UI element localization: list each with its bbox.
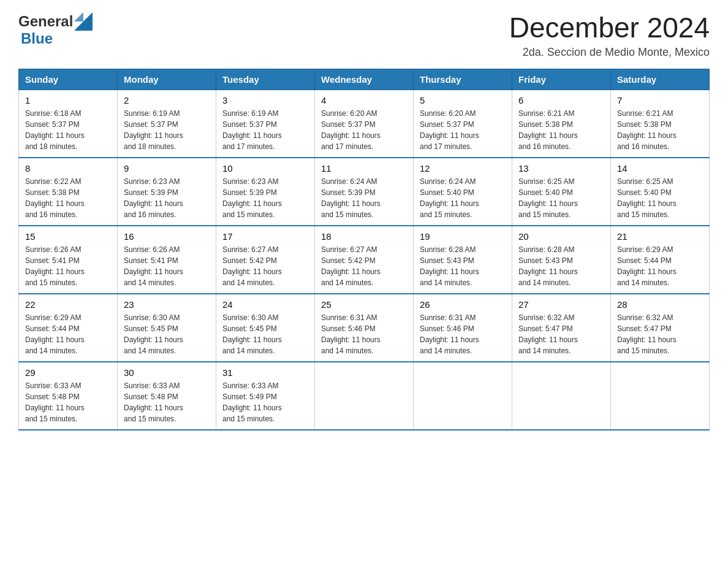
table-row: 26 Sunrise: 6:31 AMSunset: 5:46 PMDaylig… <box>414 294 512 362</box>
col-thursday: Thursday <box>414 69 512 90</box>
day-number: 24 <box>222 299 308 310</box>
day-info: Sunrise: 6:24 AMSunset: 5:39 PMDaylight:… <box>321 176 407 220</box>
table-row: 22 Sunrise: 6:29 AMSunset: 5:44 PMDaylig… <box>19 294 118 362</box>
day-number: 21 <box>617 231 703 242</box>
table-row: 1 Sunrise: 6:18 AMSunset: 5:37 PMDayligh… <box>19 90 118 158</box>
day-info: Sunrise: 6:31 AMSunset: 5:46 PMDaylight:… <box>321 312 407 356</box>
table-row: 7 Sunrise: 6:21 AMSunset: 5:38 PMDayligh… <box>611 90 710 158</box>
day-info: Sunrise: 6:25 AMSunset: 5:40 PMDaylight:… <box>617 176 703 220</box>
day-info: Sunrise: 6:33 AMSunset: 5:48 PMDaylight:… <box>124 380 210 424</box>
day-number: 14 <box>617 163 703 174</box>
col-friday: Friday <box>512 69 611 90</box>
svg-marker-1 <box>74 12 83 21</box>
calendar-subtitle: 2da. Seccion de Medio Monte, Mexico <box>509 46 710 59</box>
day-info: Sunrise: 6:27 AMSunset: 5:42 PMDaylight:… <box>321 244 407 288</box>
table-row: 25 Sunrise: 6:31 AMSunset: 5:46 PMDaylig… <box>315 294 414 362</box>
title-block: December 2024 2da. Seccion de Medio Mont… <box>509 12 710 59</box>
table-row: 27 Sunrise: 6:32 AMSunset: 5:47 PMDaylig… <box>512 294 611 362</box>
day-info: Sunrise: 6:28 AMSunset: 5:43 PMDaylight:… <box>518 244 604 288</box>
col-tuesday: Tuesday <box>216 69 315 90</box>
day-info: Sunrise: 6:26 AMSunset: 5:41 PMDaylight:… <box>25 244 111 288</box>
table-row: 23 Sunrise: 6:30 AMSunset: 5:45 PMDaylig… <box>118 294 216 362</box>
logo: General Blue <box>18 12 93 47</box>
day-number: 3 <box>222 95 308 105</box>
day-info: Sunrise: 6:24 AMSunset: 5:40 PMDaylight:… <box>420 176 506 220</box>
day-info: Sunrise: 6:30 AMSunset: 5:45 PMDaylight:… <box>124 312 210 356</box>
day-info: Sunrise: 6:18 AMSunset: 5:37 PMDaylight:… <box>25 108 111 152</box>
day-number: 25 <box>321 299 407 310</box>
calendar-title: December 2024 <box>509 12 710 44</box>
table-row: 4 Sunrise: 6:20 AMSunset: 5:37 PMDayligh… <box>315 90 414 158</box>
day-info: Sunrise: 6:20 AMSunset: 5:37 PMDaylight:… <box>321 108 407 152</box>
day-info: Sunrise: 6:26 AMSunset: 5:41 PMDaylight:… <box>124 244 210 288</box>
table-row: 19 Sunrise: 6:28 AMSunset: 5:43 PMDaylig… <box>414 226 512 294</box>
day-info: Sunrise: 6:19 AMSunset: 5:37 PMDaylight:… <box>124 108 210 152</box>
day-number: 2 <box>124 95 210 105</box>
day-number: 8 <box>25 163 111 174</box>
day-info: Sunrise: 6:22 AMSunset: 5:38 PMDaylight:… <box>25 176 111 220</box>
day-number: 7 <box>617 95 703 105</box>
table-row: 14 Sunrise: 6:25 AMSunset: 5:40 PMDaylig… <box>611 158 710 226</box>
table-row: 9 Sunrise: 6:23 AMSunset: 5:39 PMDayligh… <box>118 158 216 226</box>
day-number: 27 <box>518 299 604 310</box>
day-number: 28 <box>617 299 703 310</box>
calendar-header-row: Sunday Monday Tuesday Wednesday Thursday… <box>19 69 710 90</box>
col-saturday: Saturday <box>611 69 710 90</box>
calendar-week-row: 1 Sunrise: 6:18 AMSunset: 5:37 PMDayligh… <box>19 90 710 158</box>
day-info: Sunrise: 6:32 AMSunset: 5:47 PMDaylight:… <box>617 312 703 356</box>
day-info: Sunrise: 6:19 AMSunset: 5:37 PMDaylight:… <box>222 108 308 152</box>
col-sunday: Sunday <box>19 69 118 90</box>
table-row: 31 Sunrise: 6:33 AMSunset: 5:49 PMDaylig… <box>216 362 315 430</box>
day-number: 4 <box>321 95 407 105</box>
calendar-week-row: 29 Sunrise: 6:33 AMSunset: 5:48 PMDaylig… <box>19 362 710 430</box>
table-row: 11 Sunrise: 6:24 AMSunset: 5:39 PMDaylig… <box>315 158 414 226</box>
day-number: 30 <box>124 367 210 378</box>
table-row: 20 Sunrise: 6:28 AMSunset: 5:43 PMDaylig… <box>512 226 611 294</box>
day-number: 31 <box>222 367 308 378</box>
day-info: Sunrise: 6:27 AMSunset: 5:42 PMDaylight:… <box>222 244 308 288</box>
table-row: 21 Sunrise: 6:29 AMSunset: 5:44 PMDaylig… <box>611 226 710 294</box>
table-row: 10 Sunrise: 6:23 AMSunset: 5:39 PMDaylig… <box>216 158 315 226</box>
day-number: 20 <box>518 231 604 242</box>
day-info: Sunrise: 6:30 AMSunset: 5:45 PMDaylight:… <box>222 312 308 356</box>
table-row <box>315 362 414 430</box>
day-info: Sunrise: 6:23 AMSunset: 5:39 PMDaylight:… <box>222 176 308 220</box>
table-row: 13 Sunrise: 6:25 AMSunset: 5:40 PMDaylig… <box>512 158 611 226</box>
table-row: 24 Sunrise: 6:30 AMSunset: 5:45 PMDaylig… <box>216 294 315 362</box>
day-info: Sunrise: 6:25 AMSunset: 5:40 PMDaylight:… <box>518 176 604 220</box>
table-row: 3 Sunrise: 6:19 AMSunset: 5:37 PMDayligh… <box>216 90 315 158</box>
table-row <box>611 362 710 430</box>
day-number: 18 <box>321 231 407 242</box>
table-row: 29 Sunrise: 6:33 AMSunset: 5:48 PMDaylig… <box>19 362 118 430</box>
day-info: Sunrise: 6:21 AMSunset: 5:38 PMDaylight:… <box>518 108 604 152</box>
day-number: 17 <box>222 231 308 242</box>
calendar-week-row: 22 Sunrise: 6:29 AMSunset: 5:44 PMDaylig… <box>19 294 710 362</box>
table-row: 30 Sunrise: 6:33 AMSunset: 5:48 PMDaylig… <box>118 362 216 430</box>
day-number: 22 <box>25 299 111 310</box>
day-number: 16 <box>124 231 210 242</box>
day-number: 23 <box>124 299 210 310</box>
table-row <box>512 362 611 430</box>
logo-icon <box>74 12 93 31</box>
day-number: 26 <box>420 299 506 310</box>
logo-general-text: General <box>18 13 73 29</box>
day-info: Sunrise: 6:28 AMSunset: 5:43 PMDaylight:… <box>420 244 506 288</box>
day-number: 12 <box>420 163 506 174</box>
day-info: Sunrise: 6:20 AMSunset: 5:37 PMDaylight:… <box>420 108 506 152</box>
table-row: 28 Sunrise: 6:32 AMSunset: 5:47 PMDaylig… <box>611 294 710 362</box>
col-wednesday: Wednesday <box>315 69 414 90</box>
day-number: 11 <box>321 163 407 174</box>
day-number: 9 <box>124 163 210 174</box>
day-info: Sunrise: 6:29 AMSunset: 5:44 PMDaylight:… <box>617 244 703 288</box>
day-info: Sunrise: 6:32 AMSunset: 5:47 PMDaylight:… <box>518 312 604 356</box>
day-info: Sunrise: 6:33 AMSunset: 5:49 PMDaylight:… <box>222 380 308 424</box>
day-info: Sunrise: 6:23 AMSunset: 5:39 PMDaylight:… <box>124 176 210 220</box>
day-info: Sunrise: 6:31 AMSunset: 5:46 PMDaylight:… <box>420 312 506 356</box>
day-info: Sunrise: 6:29 AMSunset: 5:44 PMDaylight:… <box>25 312 111 356</box>
day-number: 6 <box>518 95 604 105</box>
day-number: 10 <box>222 163 308 174</box>
table-row <box>414 362 512 430</box>
calendar-week-row: 8 Sunrise: 6:22 AMSunset: 5:38 PMDayligh… <box>19 158 710 226</box>
day-number: 1 <box>25 95 111 105</box>
logo-blue-text: Blue <box>21 31 93 47</box>
